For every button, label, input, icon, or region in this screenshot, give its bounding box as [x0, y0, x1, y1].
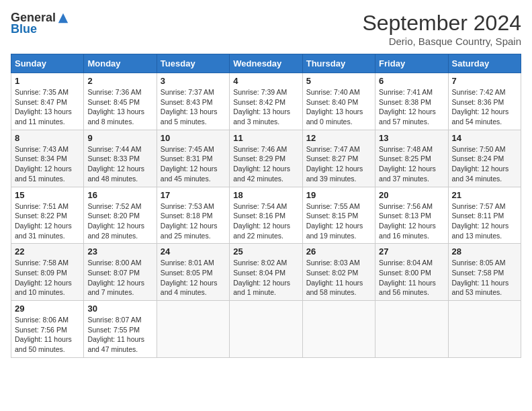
- calendar-week-row: 22Sunrise: 7:58 AMSunset: 8:09 PMDayligh…: [11, 244, 521, 301]
- day-info: Sunrise: 7:46 AMSunset: 8:29 PMDaylight:…: [233, 144, 298, 184]
- page-header: General Blue September 2024 Derio, Basqu…: [11, 11, 521, 47]
- calendar-week-row: 29Sunrise: 8:06 AMSunset: 7:56 PMDayligh…: [11, 301, 521, 358]
- calendar-cell: 24Sunrise: 8:01 AMSunset: 8:05 PMDayligh…: [157, 244, 229, 301]
- calendar-cell: [448, 301, 521, 358]
- calendar-table: SundayMondayTuesdayWednesdayThursdayFrid…: [11, 54, 521, 358]
- calendar-cell: 26Sunrise: 8:03 AMSunset: 8:02 PMDayligh…: [302, 244, 375, 301]
- day-number: 26: [306, 246, 371, 257]
- logo-icon: [57, 12, 69, 24]
- logo-blue: Blue: [11, 22, 37, 36]
- calendar-header-tuesday: Tuesday: [157, 54, 229, 73]
- day-number: 7: [452, 76, 517, 86]
- day-number: 1: [15, 76, 80, 86]
- day-number: 22: [15, 246, 80, 257]
- day-info: Sunrise: 8:07 AMSunset: 7:55 PMDaylight:…: [87, 315, 152, 355]
- calendar-header-saturday: Saturday: [448, 54, 521, 73]
- page-title: September 2024: [362, 11, 521, 36]
- day-number: 15: [15, 190, 80, 200]
- day-number: 10: [161, 133, 226, 143]
- day-info: Sunrise: 7:40 AMSunset: 8:40 PMDaylight:…: [306, 87, 371, 127]
- calendar-cell: 7Sunrise: 7:42 AMSunset: 8:36 PMDaylight…: [448, 73, 521, 130]
- calendar-cell: 12Sunrise: 7:47 AMSunset: 8:27 PMDayligh…: [302, 130, 375, 187]
- day-info: Sunrise: 7:37 AMSunset: 8:43 PMDaylight:…: [161, 87, 226, 127]
- day-info: Sunrise: 7:56 AMSunset: 8:13 PMDaylight:…: [379, 201, 444, 241]
- day-number: 17: [161, 190, 226, 200]
- calendar-cell: 18Sunrise: 7:54 AMSunset: 8:16 PMDayligh…: [230, 187, 302, 244]
- calendar-cell: 4Sunrise: 7:39 AMSunset: 8:42 PMDaylight…: [230, 73, 302, 130]
- day-info: Sunrise: 7:42 AMSunset: 8:36 PMDaylight:…: [452, 87, 517, 127]
- day-info: Sunrise: 7:41 AMSunset: 8:38 PMDaylight:…: [379, 87, 444, 127]
- day-number: 23: [87, 246, 152, 257]
- calendar-cell: 23Sunrise: 8:00 AMSunset: 8:07 PMDayligh…: [84, 244, 157, 301]
- svg-marker-0: [58, 13, 68, 22]
- day-number: 24: [161, 246, 226, 257]
- day-info: Sunrise: 7:55 AMSunset: 8:15 PMDaylight:…: [306, 201, 371, 241]
- calendar-cell: [302, 301, 375, 358]
- calendar-cell: 1Sunrise: 7:35 AMSunset: 8:47 PMDaylight…: [11, 73, 84, 130]
- calendar-cell: 20Sunrise: 7:56 AMSunset: 8:13 PMDayligh…: [375, 187, 448, 244]
- calendar-cell: 3Sunrise: 7:37 AMSunset: 8:43 PMDaylight…: [157, 73, 229, 130]
- day-info: Sunrise: 8:06 AMSunset: 7:56 PMDaylight:…: [15, 315, 80, 355]
- calendar-cell: 11Sunrise: 7:46 AMSunset: 8:29 PMDayligh…: [230, 130, 302, 187]
- calendar-cell: 2Sunrise: 7:36 AMSunset: 8:45 PMDaylight…: [84, 73, 157, 130]
- calendar-cell: [157, 301, 229, 358]
- day-number: 20: [379, 190, 444, 200]
- day-number: 18: [233, 190, 298, 200]
- calendar-cell: 17Sunrise: 7:53 AMSunset: 8:18 PMDayligh…: [157, 187, 229, 244]
- day-number: 16: [87, 190, 152, 200]
- page-subtitle: Derio, Basque Country, Spain: [362, 36, 521, 47]
- day-number: 25: [233, 246, 298, 257]
- calendar-header-thursday: Thursday: [302, 54, 375, 73]
- day-number: 19: [306, 190, 371, 200]
- day-info: Sunrise: 7:36 AMSunset: 8:45 PMDaylight:…: [87, 87, 152, 127]
- day-number: 13: [379, 133, 444, 143]
- day-number: 8: [15, 133, 80, 143]
- calendar-cell: 15Sunrise: 7:51 AMSunset: 8:22 PMDayligh…: [11, 187, 84, 244]
- calendar-header-friday: Friday: [375, 54, 448, 73]
- calendar-week-row: 8Sunrise: 7:43 AMSunset: 8:34 PMDaylight…: [11, 130, 521, 187]
- day-number: 11: [233, 133, 298, 143]
- day-number: 14: [452, 133, 517, 143]
- calendar-header-row: SundayMondayTuesdayWednesdayThursdayFrid…: [11, 54, 521, 73]
- calendar-header-wednesday: Wednesday: [230, 54, 302, 73]
- day-info: Sunrise: 7:47 AMSunset: 8:27 PMDaylight:…: [306, 144, 371, 184]
- day-info: Sunrise: 7:43 AMSunset: 8:34 PMDaylight:…: [15, 144, 80, 184]
- day-info: Sunrise: 7:54 AMSunset: 8:16 PMDaylight:…: [233, 201, 298, 241]
- day-number: 27: [379, 246, 444, 257]
- day-info: Sunrise: 7:58 AMSunset: 8:09 PMDaylight:…: [15, 258, 80, 298]
- day-info: Sunrise: 7:35 AMSunset: 8:47 PMDaylight:…: [15, 87, 80, 127]
- day-info: Sunrise: 7:57 AMSunset: 8:11 PMDaylight:…: [452, 201, 517, 241]
- day-number: 21: [452, 190, 517, 200]
- calendar-cell: 29Sunrise: 8:06 AMSunset: 7:56 PMDayligh…: [11, 301, 84, 358]
- calendar-cell: 5Sunrise: 7:40 AMSunset: 8:40 PMDaylight…: [302, 73, 375, 130]
- calendar-cell: 22Sunrise: 7:58 AMSunset: 8:09 PMDayligh…: [11, 244, 84, 301]
- day-info: Sunrise: 7:44 AMSunset: 8:33 PMDaylight:…: [87, 144, 152, 184]
- calendar-cell: 19Sunrise: 7:55 AMSunset: 8:15 PMDayligh…: [302, 187, 375, 244]
- day-info: Sunrise: 7:50 AMSunset: 8:24 PMDaylight:…: [452, 144, 517, 184]
- calendar-cell: 25Sunrise: 8:02 AMSunset: 8:04 PMDayligh…: [230, 244, 302, 301]
- calendar-cell: 21Sunrise: 7:57 AMSunset: 8:11 PMDayligh…: [448, 187, 521, 244]
- day-info: Sunrise: 8:03 AMSunset: 8:02 PMDaylight:…: [306, 258, 371, 298]
- calendar-cell: 16Sunrise: 7:52 AMSunset: 8:20 PMDayligh…: [84, 187, 157, 244]
- calendar-header-sunday: Sunday: [11, 54, 84, 73]
- calendar-cell: 30Sunrise: 8:07 AMSunset: 7:55 PMDayligh…: [84, 301, 157, 358]
- day-number: 6: [379, 76, 444, 86]
- calendar-cell: 6Sunrise: 7:41 AMSunset: 8:38 PMDaylight…: [375, 73, 448, 130]
- day-info: Sunrise: 7:45 AMSunset: 8:31 PMDaylight:…: [161, 144, 226, 184]
- day-number: 28: [452, 246, 517, 257]
- day-number: 3: [161, 76, 226, 86]
- day-info: Sunrise: 7:53 AMSunset: 8:18 PMDaylight:…: [161, 201, 226, 241]
- day-number: 4: [233, 76, 298, 86]
- calendar-week-row: 1Sunrise: 7:35 AMSunset: 8:47 PMDaylight…: [11, 73, 521, 130]
- day-info: Sunrise: 8:01 AMSunset: 8:05 PMDaylight:…: [161, 258, 226, 298]
- calendar-cell: 8Sunrise: 7:43 AMSunset: 8:34 PMDaylight…: [11, 130, 84, 187]
- calendar-header-monday: Monday: [84, 54, 157, 73]
- day-info: Sunrise: 8:04 AMSunset: 8:00 PMDaylight:…: [379, 258, 444, 298]
- day-number: 29: [15, 304, 80, 314]
- day-number: 12: [306, 133, 371, 143]
- day-number: 9: [87, 133, 152, 143]
- day-info: Sunrise: 8:05 AMSunset: 7:58 PMDaylight:…: [452, 258, 517, 298]
- day-number: 5: [306, 76, 371, 86]
- day-number: 2: [87, 76, 152, 86]
- day-info: Sunrise: 7:48 AMSunset: 8:25 PMDaylight:…: [379, 144, 444, 184]
